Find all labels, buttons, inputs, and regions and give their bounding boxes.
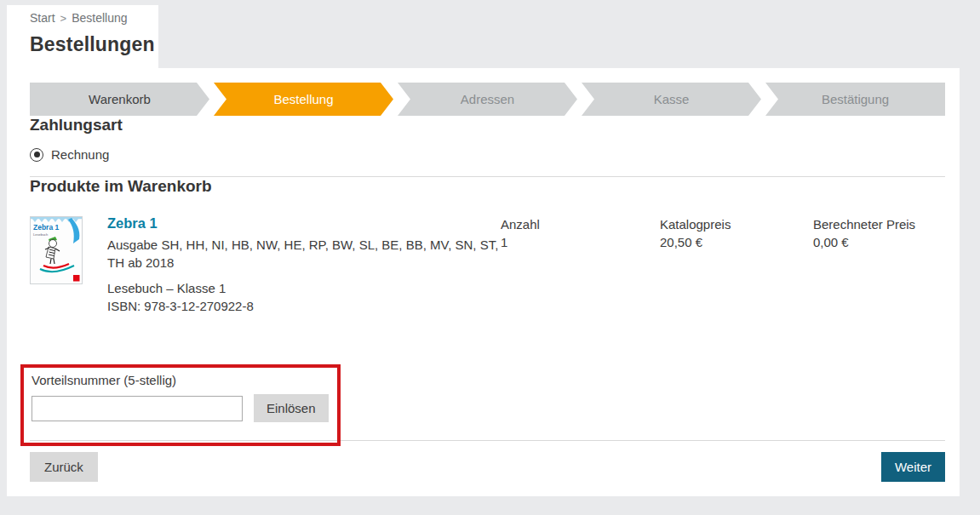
voucher-input[interactable] [32, 396, 243, 421]
back-button[interactable]: Zurück [30, 452, 98, 482]
calculated-price-value: 0,00 € [813, 235, 915, 249]
order-card: Warenkorb Bestellung Adressen Kasse Best… [7, 68, 960, 496]
product-edition: Ausgabe SH, HH, NI, HB, NW, HE, RP, BW, … [107, 236, 501, 272]
quantity-stat: Anzahl 1 [501, 217, 540, 249]
payment-heading: Zahlungsart [30, 116, 945, 134]
step-bestaetigung: Bestätigung [765, 83, 945, 116]
calculated-price-label: Berechneter Preis [813, 217, 915, 232]
breadcrumb: Start>Bestellung [30, 11, 158, 25]
cover-subtitle: Lesebuch [33, 232, 48, 237]
header-block: Start>Bestellung Bestellungen [7, 5, 158, 68]
step-adressen: Adressen [398, 83, 577, 116]
product-title-link[interactable]: Zebra 1 [107, 215, 501, 232]
page-title: Bestellungen [30, 33, 158, 56]
catalog-price-value: 20,50 € [660, 235, 731, 249]
catalog-price-label: Katalogpreis [660, 217, 731, 232]
cover-title: Zebra 1 [33, 223, 60, 232]
product-subtitle: Lesebuch – Klasse 1 [107, 279, 501, 297]
cart-product-row: Zebra 1 Lesebuch Zebra 1 Ausgabe SH, HH,… [30, 215, 945, 317]
step-kasse: Kasse [582, 83, 761, 116]
radio-selected-icon[interactable] [30, 148, 43, 162]
voucher-annotation-box: Vorteilsnummer (5-stellig) Einlösen [20, 364, 341, 446]
voucher-controls: Einlösen [32, 394, 337, 422]
quantity-value: 1 [501, 235, 540, 249]
calculated-price-stat: Berechneter Preis 0,00 € [813, 217, 915, 249]
product-cover-image: Zebra 1 Lesebuch [30, 216, 83, 284]
payment-option-label: Rechnung [51, 147, 109, 162]
catalog-price-stat: Katalogpreis 20,50 € [660, 217, 731, 249]
quantity-label: Anzahl [501, 217, 540, 232]
redeem-button[interactable]: Einlösen [254, 394, 329, 422]
breadcrumb-item-bestellung: Bestellung [72, 11, 127, 25]
next-button[interactable]: Weiter [881, 452, 945, 482]
step-warenkorb[interactable]: Warenkorb [30, 83, 209, 116]
voucher-label: Vorteilsnummer (5-stellig) [32, 373, 337, 387]
breadcrumb-separator-icon: > [60, 12, 67, 25]
payment-option-rechnung[interactable]: Rechnung [30, 147, 945, 162]
breadcrumb-item-start[interactable]: Start [30, 11, 55, 25]
footer-actions: Zurück Weiter [30, 452, 945, 482]
cart-heading: Produkte im Warenkorb [30, 177, 945, 196]
checkout-progress-bar: Warenkorb Bestellung Adressen Kasse Best… [30, 83, 945, 116]
product-info: Zebra 1 Ausgabe SH, HH, NI, HB, NW, HE, … [107, 215, 501, 315]
step-bestellung[interactable]: Bestellung [214, 83, 393, 116]
product-isbn: ISBN: 978-3-12-270922-8 [107, 297, 501, 315]
